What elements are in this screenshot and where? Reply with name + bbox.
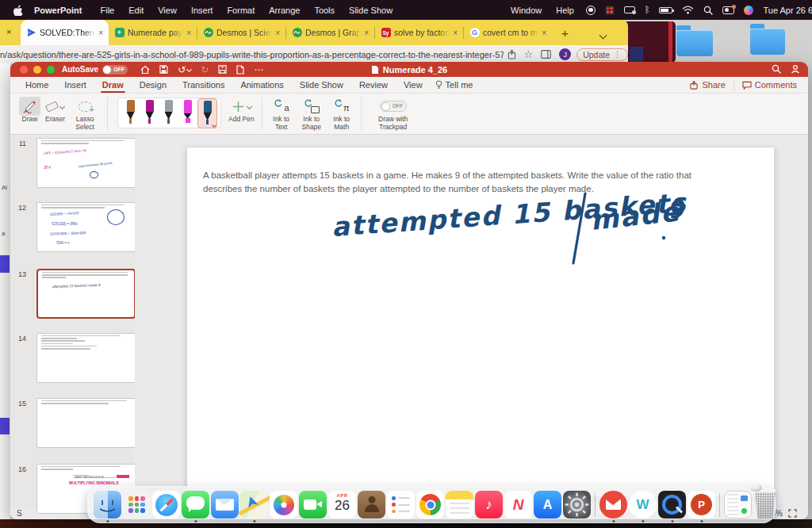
lasso-select-button[interactable]: + Lasso Select bbox=[70, 97, 100, 132]
comments-button[interactable]: Comments bbox=[734, 80, 805, 90]
dock-item-gmail[interactable] bbox=[599, 491, 627, 518]
spotlight-search-icon[interactable] bbox=[703, 6, 713, 15]
browser-tab-numerade-payment[interactable]: + Numerade paymen × bbox=[109, 20, 197, 45]
menu-format[interactable]: Format bbox=[227, 6, 255, 15]
new-tab-button[interactable]: + bbox=[561, 26, 569, 40]
tab-slide-show[interactable]: Slide Show bbox=[300, 80, 343, 90]
menu-window[interactable]: Window bbox=[511, 6, 542, 15]
redo-icon[interactable]: ↻ bbox=[201, 65, 209, 75]
current-slide[interactable]: A basketball player attempts 15 baskets … bbox=[186, 147, 775, 497]
slide-thumbnail-11[interactable]: 24/5 = 4.8 points/1 hour ×8 38.4 Approxi… bbox=[36, 138, 136, 188]
home-icon[interactable] bbox=[140, 65, 150, 75]
trackpad-off-toggle[interactable]: OFF bbox=[380, 101, 407, 112]
dock-item-app-store[interactable]: A bbox=[534, 491, 561, 518]
tab-overflow-chevron-icon[interactable] bbox=[599, 32, 607, 40]
dock-item-reminders[interactable] bbox=[387, 491, 415, 518]
bluetooth-icon[interactable]: ᛒ bbox=[645, 5, 650, 15]
dock-item-maps[interactable] bbox=[240, 491, 268, 518]
battery-icon[interactable] bbox=[659, 7, 672, 13]
pen-magenta-highlighter[interactable] bbox=[182, 100, 193, 127]
save-icon[interactable] bbox=[159, 65, 168, 74]
menu-slide-show[interactable]: Slide Show bbox=[349, 6, 393, 15]
tell-me-button[interactable]: Tell me bbox=[435, 80, 473, 90]
save-as-icon[interactable] bbox=[218, 65, 227, 74]
slide-thumbnail-12[interactable]: 525/989 = x%/100 525(100) = 989x 52500/9… bbox=[36, 202, 136, 252]
pen-magenta[interactable] bbox=[144, 100, 155, 127]
dock-item-notes[interactable] bbox=[446, 491, 473, 518]
slide-thumbnail-14[interactable] bbox=[36, 333, 136, 383]
pen-blue-selected[interactable] bbox=[197, 98, 217, 128]
menu-app-name[interactable]: PowerPoint bbox=[34, 6, 82, 15]
tab-close-icon[interactable]: × bbox=[275, 29, 280, 37]
more-toolbar-icon[interactable]: ⋯ bbox=[254, 65, 263, 75]
tab-close-icon[interactable]: × bbox=[453, 29, 458, 37]
browser-tab-symbolab[interactable]: Sy solve by factoring × bbox=[375, 20, 463, 45]
menu-edit[interactable]: Edit bbox=[128, 6, 144, 15]
ink-to-math-button[interactable]: π Ink to Math bbox=[330, 97, 354, 132]
ink-to-shape-button[interactable]: Ink to Shape bbox=[298, 97, 325, 132]
dock-item-photos[interactable] bbox=[270, 491, 297, 518]
fast-user-switch-icon[interactable] bbox=[722, 6, 734, 14]
dock-item-launchpad[interactable] bbox=[123, 491, 151, 518]
browser-tab-desmos-graphing[interactable]: Desmos | Graphing × bbox=[286, 20, 374, 45]
apple-menu-icon[interactable] bbox=[13, 4, 23, 16]
update-button[interactable]: Update ⋮ bbox=[576, 48, 628, 61]
tab-home[interactable]: Home bbox=[25, 80, 48, 90]
pen-gray-pencil[interactable] bbox=[163, 100, 174, 127]
dock-item-system-preferences[interactable] bbox=[563, 491, 591, 518]
menu-view[interactable]: View bbox=[158, 6, 177, 15]
dock-item-music[interactable]: ♪ bbox=[475, 491, 503, 518]
share-button[interactable]: Share bbox=[682, 80, 733, 90]
tab-design[interactable]: Design bbox=[140, 80, 167, 90]
tab-close-icon[interactable]: × bbox=[186, 29, 191, 37]
draw-with-trackpad-toggle[interactable]: OFF Draw with Trackpad bbox=[373, 97, 414, 132]
autosave-toggle[interactable]: OFF bbox=[102, 65, 128, 75]
bookmark-star-icon[interactable]: ☆ bbox=[524, 48, 534, 60]
menu-tools[interactable]: Tools bbox=[314, 6, 335, 15]
dock-item-messages[interactable] bbox=[182, 491, 209, 518]
profile-avatar[interactable]: J bbox=[559, 48, 571, 60]
minimize-traffic-light[interactable] bbox=[33, 66, 41, 74]
dock-item-w-app[interactable]: W bbox=[629, 491, 657, 518]
slide-thumbnail-13-selected[interactable]: attempted 15 baskets/ made 9 bbox=[36, 269, 136, 319]
tab-review[interactable]: Review bbox=[359, 80, 388, 90]
pen-brown-marker[interactable] bbox=[125, 100, 136, 127]
menu-arrange[interactable]: Arrange bbox=[269, 6, 300, 15]
close-traffic-light[interactable] bbox=[20, 66, 28, 74]
status-app-icon[interactable] bbox=[605, 6, 615, 15]
dock-item-mail[interactable] bbox=[211, 491, 239, 518]
desktop-folder[interactable] bbox=[676, 25, 713, 56]
document-title[interactable]: Numerade 4_26 bbox=[383, 65, 447, 75]
tab-close-icon[interactable]: × bbox=[542, 29, 546, 37]
add-pen-button[interactable]: Add Pen bbox=[228, 97, 255, 124]
browser-menu-dots-icon[interactable]: ⋮ bbox=[614, 50, 622, 59]
menu-insert[interactable]: Insert bbox=[191, 6, 213, 15]
dock-item-minimized-window[interactable] bbox=[724, 491, 752, 518]
tab-view[interactable]: View bbox=[404, 80, 423, 90]
draw-tool-button[interactable]: Draw bbox=[19, 97, 40, 124]
share-icon[interactable] bbox=[508, 49, 516, 59]
address-bar[interactable]: n/ask/question/there-are-525-girls-in-a-… bbox=[0, 50, 504, 59]
siri-icon[interactable] bbox=[744, 6, 753, 15]
dock-item-calendar[interactable]: APR 26 bbox=[328, 491, 356, 518]
desktop-folder[interactable] bbox=[750, 24, 785, 55]
zoom-traffic-light[interactable] bbox=[47, 66, 55, 74]
tab-draw[interactable]: Draw bbox=[102, 80, 124, 90]
dock-item-powerpoint[interactable]: P bbox=[688, 491, 715, 518]
desktop-photo-object[interactable] bbox=[623, 21, 676, 63]
undo-icon[interactable]: ↺ bbox=[178, 65, 191, 75]
wifi-icon[interactable] bbox=[682, 6, 694, 14]
ppt-account-icon[interactable] bbox=[791, 63, 800, 77]
slide-thumbnail-15[interactable] bbox=[36, 398, 136, 448]
display-icon[interactable] bbox=[624, 6, 635, 13]
ppt-search-icon[interactable] bbox=[772, 63, 781, 77]
dock-item-news[interactable]: N bbox=[504, 491, 532, 518]
sidebar-icon[interactable] bbox=[541, 50, 551, 59]
dock-item-trash[interactable] bbox=[753, 489, 777, 518]
tab-transitions[interactable]: Transitions bbox=[182, 80, 224, 90]
tab-insert[interactable]: Insert bbox=[64, 80, 86, 90]
browser-tab-google-search[interactable]: G covert cm to m - G × bbox=[464, 20, 552, 45]
eraser-tool-button[interactable]: Eraser bbox=[45, 97, 65, 124]
dock-item-facetime[interactable] bbox=[299, 491, 327, 518]
dock-item-contacts[interactable] bbox=[358, 491, 385, 518]
